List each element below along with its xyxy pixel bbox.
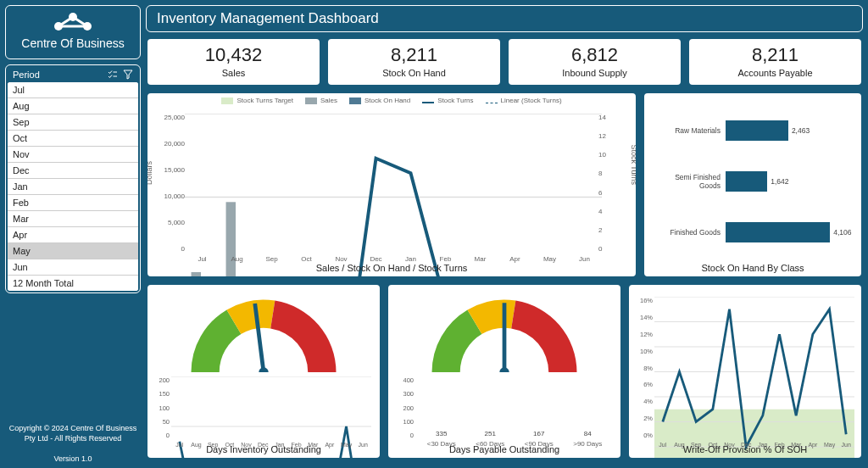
combo-legend: Stock Turns Target Sales Stock On Hand S…: [147, 93, 636, 104]
writeoff-title: Write-Off Provision % Of SOH: [629, 444, 861, 454]
kpi-value: 8,211: [693, 44, 858, 66]
hbar-row: Semi Finished Goods 1,642: [653, 156, 853, 207]
kpi-card: 10,432 Sales: [146, 37, 321, 86]
brand-name: Centre Of Business: [9, 36, 136, 50]
hbar-value: 2,463: [792, 126, 810, 135]
period-filter-card: Period JulAugSepOctNovDecJanFebMarAprMay…: [5, 64, 141, 293]
legend-swatch: [305, 98, 317, 104]
legend-item: Sales: [305, 97, 337, 104]
soh-class-title: Stock On Hand By Class: [644, 263, 861, 273]
dpo-bar-value: 251: [485, 430, 496, 437]
combo-y-right: 14121086420: [598, 114, 632, 253]
hbar-track: 4,106: [726, 222, 853, 242]
dio-title: Days Inventory Outstanding: [147, 444, 380, 454]
dio-y-axis: 200150100500: [151, 376, 170, 439]
dpo-bar-col: 335: [417, 430, 466, 439]
hbar-row: Finished Goods 4,106: [653, 207, 853, 258]
page-title: Inventory Management Dashboard: [146, 5, 863, 32]
writeoff-chart: [654, 297, 854, 460]
soh-class-card: Raw Materials 2,463 Semi Finished Goods …: [643, 92, 863, 278]
period-label: Period: [13, 70, 40, 80]
kpi-card: 8,211 Accounts Payable: [687, 37, 863, 86]
hbar-fill: [726, 120, 788, 141]
period-item[interactable]: Sep: [8, 114, 138, 131]
period-item[interactable]: 12 Month Total: [8, 276, 138, 291]
combo-y-right-label: Stock Turns: [630, 144, 637, 185]
soh-class-chart: Raw Materials 2,463 Semi Finished Goods …: [653, 105, 853, 258]
period-item[interactable]: Feb: [8, 195, 138, 211]
kpi-label: Accounts Payable: [693, 68, 858, 78]
svg-point-41: [259, 367, 268, 372]
legend-swatch: [422, 102, 434, 103]
period-item[interactable]: Jan: [8, 179, 138, 195]
copyright-text: Copyright © 2024 Centre Of Business Pty …: [5, 423, 141, 444]
writeoff-y-axis: 0%2%4%6%8%10%12%14%16%: [632, 297, 653, 439]
svg-line-4: [73, 17, 87, 26]
hbar-label: Finished Goods: [653, 228, 721, 237]
dio-card: 200150100500 JulAugSepOctNovDecJanFebMar…: [146, 283, 381, 460]
sidebar: Centre Of Business Period JulAugSepOctNo…: [5, 5, 141, 463]
kpi-label: Sales: [151, 68, 316, 78]
legend-item: Stock Turns Target: [221, 97, 293, 104]
dpo-gauge: [424, 292, 585, 372]
legend-item: Linear (Stock Turns): [486, 97, 562, 104]
hbar-fill: [726, 171, 767, 192]
dpo-bar-col: 251: [466, 430, 515, 439]
hbar-value: 4,106: [833, 228, 851, 237]
legend-swatch: [486, 103, 498, 103]
kpi-value: 10,432: [151, 44, 316, 66]
kpi-row: 10,432 Sales8,211 Stock On Hand6,812 Inb…: [146, 37, 863, 86]
period-item[interactable]: Mar: [8, 211, 138, 227]
hbar-row: Raw Materials 2,463: [653, 105, 853, 156]
combo-chart-title: Sales / Stock On Hand / Stock Turns: [147, 263, 636, 273]
kpi-label: Inbound Supply: [512, 68, 677, 78]
dpo-bar-value: 84: [584, 430, 592, 437]
svg-line-3: [58, 17, 73, 26]
period-header: Period: [8, 67, 138, 82]
period-item[interactable]: May: [8, 243, 138, 259]
legend-swatch: [221, 98, 233, 104]
period-item[interactable]: Apr: [8, 227, 138, 243]
period-item[interactable]: Nov: [8, 147, 138, 163]
svg-rect-15: [192, 272, 201, 278]
brand-logo-icon: [50, 11, 96, 33]
legend-item: Stock On Hand: [349, 97, 410, 104]
dpo-bar-value: 335: [436, 430, 447, 437]
main-area: Inventory Management Dashboard 10,432 Sa…: [146, 5, 863, 463]
hbar-track: 1,642: [726, 171, 853, 192]
kpi-value: 6,812: [512, 44, 677, 66]
period-item[interactable]: Jul: [8, 82, 138, 98]
combo-y-left: 25,00020,00015,00010,0005,0000: [151, 114, 185, 253]
period-item[interactable]: Oct: [8, 131, 138, 147]
chart-row-1: Stock Turns Target Sales Stock On Hand S…: [146, 92, 863, 278]
dpo-bar-chart: 335 251 167 84: [417, 376, 612, 439]
checklist-icon[interactable]: [108, 70, 118, 80]
hbar-label: Raw Materials: [653, 126, 721, 135]
dpo-card: 4003002001000 335 251 167 84 <30 Days<60…: [387, 283, 622, 460]
chart-row-2: 200150100500 JulAugSepOctNovDecJanFebMar…: [146, 283, 863, 460]
combo-y-left-label: Dollars: [146, 161, 153, 185]
hbar-track: 2,463: [726, 120, 853, 141]
version-text: Version 1.0: [5, 454, 141, 463]
period-list: JulAugSepOctNovDecJanFebMarAprMayJun12 M…: [8, 82, 138, 291]
period-item[interactable]: Jun: [8, 259, 138, 276]
kpi-label: Stock On Hand: [331, 68, 497, 78]
combo-x-axis: JulAugSepOctNovDecJanFebMarAprMayJun: [185, 255, 602, 263]
writeoff-card: 0%2%4%6%8%10%12%14%16% JulAugSepOctNovDe…: [627, 283, 863, 460]
hbar-label: Semi Finished Goods: [653, 173, 721, 190]
dpo-bar-col: 84: [564, 430, 613, 439]
legend-item: Stock Turns: [422, 97, 473, 104]
hbar-fill: [726, 222, 830, 242]
combo-chart-card: Stock Turns Target Sales Stock On Hand S…: [146, 92, 637, 278]
dpo-bar-col: 167: [515, 430, 564, 439]
dio-gauge-wrap: [147, 292, 380, 372]
filter-icon[interactable]: [123, 70, 133, 80]
combo-chart: [185, 114, 602, 278]
dio-gauge: [183, 292, 344, 372]
period-item[interactable]: Dec: [8, 163, 138, 179]
period-item[interactable]: Aug: [8, 98, 138, 114]
dpo-gauge-wrap: [388, 292, 620, 372]
svg-point-49: [499, 367, 509, 372]
kpi-card: 8,211 Stock On Hand: [326, 37, 502, 86]
kpi-value: 8,211: [331, 44, 497, 66]
